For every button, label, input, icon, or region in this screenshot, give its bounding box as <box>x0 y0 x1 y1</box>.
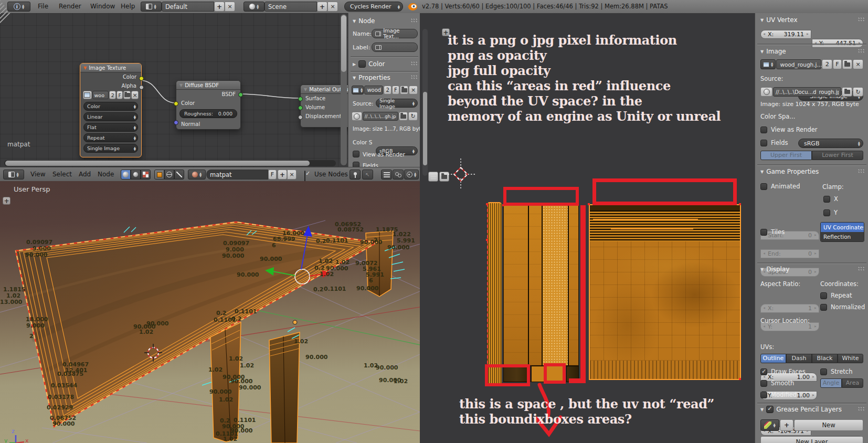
snap-button[interactable] <box>404 170 419 180</box>
fields-checkbox[interactable] <box>760 140 767 146</box>
panel-grip[interactable] <box>858 267 865 271</box>
node-collapse-icon[interactable] <box>83 66 87 70</box>
unlink-image-button[interactable] <box>131 91 139 99</box>
add-scene-button[interactable] <box>317 2 327 12</box>
users-count-button[interactable]: 2 <box>109 91 116 99</box>
new-material-button[interactable] <box>278 170 287 180</box>
uv-draw-mode-toggle[interactable]: Outline Dash Black White <box>760 354 863 363</box>
stretch-type-toggle[interactable]: Angle Area <box>820 378 863 388</box>
smooth-checkbox[interactable] <box>760 380 767 387</box>
panel-grip[interactable] <box>858 17 865 22</box>
normalized-checkbox[interactable] <box>820 304 827 311</box>
menu-add[interactable]: Add <box>79 167 91 181</box>
context-object-button[interactable] <box>154 170 164 180</box>
section-grease-pencil[interactable]: Grease Pencil Layers <box>776 406 842 413</box>
image-path-field[interactable]: //..\..\..\Docu...d_rough.jpg <box>773 87 841 97</box>
menu-window[interactable]: Window <box>90 0 115 13</box>
input-socket-surface[interactable] <box>298 97 303 101</box>
fake-user-button[interactable]: F <box>392 86 399 94</box>
image-datablock-icon-button[interactable] <box>83 91 92 99</box>
source-select[interactable]: Single Image <box>83 144 138 153</box>
view-as-render-checkbox[interactable] <box>760 126 767 133</box>
tiles-x-field[interactable]: X:1 <box>760 304 819 313</box>
draw-faces-checkbox[interactable] <box>760 368 767 375</box>
pin-button[interactable] <box>350 170 361 180</box>
auto-offset-button[interactable] <box>393 170 404 180</box>
toolbar-expand-button[interactable] <box>3 197 10 205</box>
menu-file[interactable]: File <box>38 0 48 13</box>
backdrop-button[interactable] <box>381 170 392 180</box>
roughness-slider[interactable]: Roughness:0.000 <box>179 109 237 118</box>
new-layer-button[interactable]: New Layer <box>760 436 863 443</box>
image-name-field[interactable]: wood_rough.j... <box>776 59 821 69</box>
browse-path-button[interactable] <box>842 87 852 97</box>
image-path-field[interactable]: //..\..\..\...gh.jpg <box>363 112 398 121</box>
image-datablock-browse[interactable] <box>352 86 364 94</box>
editor-type-button[interactable] <box>3 170 24 180</box>
color-space-select[interactable]: Color <box>83 102 138 111</box>
open-image-button[interactable] <box>400 86 409 94</box>
panel-grip[interactable] <box>411 75 418 80</box>
material-browse-button[interactable] <box>188 170 206 180</box>
clamp-y-checkbox[interactable] <box>823 209 830 216</box>
extension-select[interactable]: Repeat <box>83 133 138 142</box>
browse-path-button[interactable] <box>399 112 408 121</box>
shader-type-world-button[interactable] <box>131 170 141 180</box>
scrollbar-thumb[interactable] <box>5 161 310 166</box>
copy-mirror-button[interactable] <box>428 172 438 182</box>
open-image-button[interactable] <box>123 91 131 99</box>
clamp-x-checkbox[interactable] <box>823 196 830 203</box>
colorspace-select[interactable]: sRGB <box>798 139 863 148</box>
uv-vertex-x-field[interactable]: X:319.11 <box>760 30 811 39</box>
uv-editor-scrollbar[interactable] <box>422 29 428 176</box>
output-socket-bsdf[interactable] <box>238 92 243 97</box>
image-name-field[interactable]: woo <box>92 91 109 99</box>
panel-grip[interactable] <box>411 61 418 66</box>
panel-grip[interactable] <box>858 49 865 54</box>
editor-type-button[interactable] <box>7 2 30 12</box>
scrollbar-thumb[interactable] <box>341 15 346 72</box>
stretch-checkbox[interactable] <box>820 368 827 375</box>
render-engine-select[interactable]: Cycles Render <box>344 2 403 12</box>
unlink-image-button[interactable] <box>409 86 418 94</box>
mapping-reflection[interactable]: Reflection <box>821 232 864 241</box>
input-socket-color[interactable] <box>174 101 178 106</box>
reload-image-button[interactable] <box>408 112 418 121</box>
menu-node[interactable]: Node <box>98 167 114 181</box>
node-label-field[interactable] <box>372 43 418 52</box>
node-collapse-icon[interactable] <box>179 83 183 88</box>
uv-image-editor[interactable]: it is a png o jpg pixel information png … <box>420 13 755 443</box>
animated-checkbox[interactable] <box>760 183 767 190</box>
scene-browse-button[interactable] <box>244 2 264 12</box>
node-collapse-icon[interactable] <box>304 87 307 92</box>
section-image[interactable]: Image <box>766 48 786 55</box>
scrollbar-thumb[interactable] <box>423 92 427 165</box>
source-select[interactable]: Single Image <box>376 99 418 108</box>
projection-select[interactable]: Flat <box>83 123 138 132</box>
n-panel-scrollbar[interactable] <box>341 14 347 165</box>
grease-pencil-checkbox[interactable] <box>766 406 774 413</box>
panel-node-title[interactable]: Node <box>358 17 375 25</box>
panel-grip[interactable] <box>411 18 418 23</box>
grease-pencil-datablock-browse[interactable] <box>760 419 779 431</box>
image-name-field[interactable]: wood <box>364 86 383 94</box>
context-linestyle-button[interactable] <box>174 170 184 180</box>
mapping-uv-coordinates[interactable]: UV Coordinates <box>821 223 864 232</box>
new-grease-pencil-button[interactable] <box>780 419 793 431</box>
use-nodes-checkbox[interactable] <box>304 171 305 181</box>
grease-pencil-new-button[interactable]: New <box>794 419 863 431</box>
image-datablock-browse[interactable] <box>760 59 776 69</box>
node-name-field[interactable]: Image Text... <box>372 29 418 38</box>
delete-layout-button[interactable] <box>225 2 235 12</box>
input-socket-displacement[interactable] <box>298 115 303 120</box>
repeat-checkbox[interactable] <box>820 292 827 299</box>
shader-type-linestyle-button[interactable] <box>141 170 151 180</box>
end-field[interactable]: End:0 <box>760 249 819 258</box>
screen-layout-browse-button[interactable] <box>141 2 162 12</box>
input-socket-volume[interactable] <box>298 106 303 110</box>
node-color-swatch[interactable] <box>358 60 366 68</box>
field-order-toggle[interactable]: Upper First Lower First <box>760 151 863 160</box>
menu-render[interactable]: Render <box>59 0 81 13</box>
path-icon-button[interactable] <box>352 112 362 121</box>
node-editor[interactable]: Image Texture Color Alpha woo 2 F Color … <box>0 13 420 181</box>
